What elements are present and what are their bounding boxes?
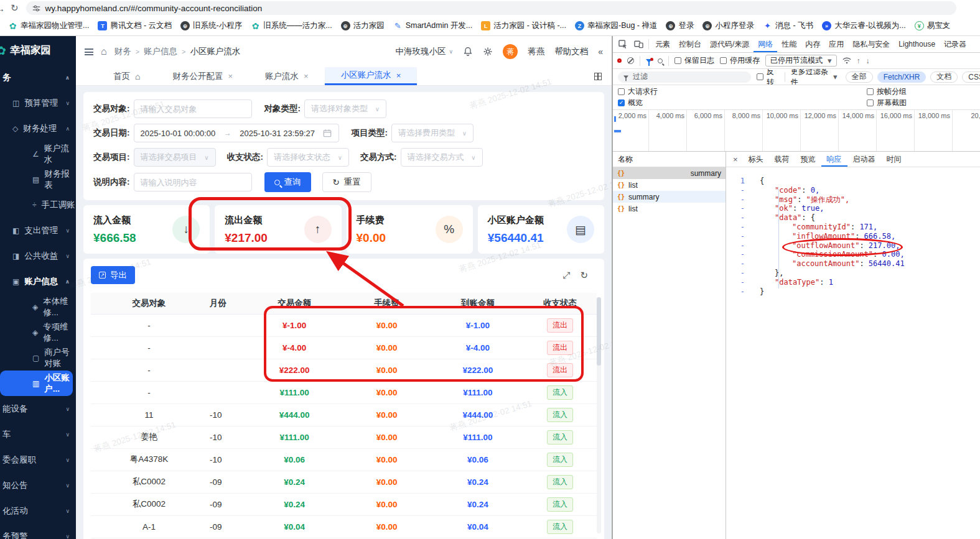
community-select[interactable]: 中海玫瑰小区∨ <box>396 46 454 57</box>
refresh-icon[interactable]: ↻ <box>580 270 588 281</box>
target-input[interactable] <box>141 104 245 114</box>
search-icon[interactable] <box>658 58 663 63</box>
devtools-tab-隐私与安全[interactable]: 隐私与安全 <box>848 36 894 52</box>
bookmark-item[interactable]: ⊕活力家园 <box>337 19 389 33</box>
sidebar-item[interactable]: ◨公共收益∨ <box>0 243 76 269</box>
layout-grid-icon[interactable] <box>594 73 602 80</box>
bookmark-item[interactable]: ⊕旧系统-小程序 <box>176 19 246 33</box>
desc-input[interactable] <box>141 178 245 187</box>
network-conditions-icon[interactable] <box>842 57 851 64</box>
filter-chip-文档[interactable]: 文档 <box>930 71 958 83</box>
preserve-log-checkbox[interactable]: 保留日志 <box>674 55 714 66</box>
fullscreen-icon[interactable]: ⤢ <box>562 270 570 281</box>
close-icon[interactable]: × <box>228 71 233 81</box>
sidebar-item[interactable]: ◧支出管理∨ <box>0 218 76 243</box>
devtools-tab-性能[interactable]: 性能 <box>777 36 801 52</box>
status-select[interactable]: 请选择收支状态∨ <box>267 148 349 167</box>
disable-cache-checkbox[interactable]: 停用缓存 <box>720 55 760 66</box>
search-button[interactable]: 查询 <box>264 172 311 192</box>
request-row[interactable]: {}list <box>613 179 726 191</box>
sidebar-item[interactable]: 化活动∨ <box>0 498 76 523</box>
bookmark-item[interactable]: Z幸福家园-Bug - 禅道 <box>571 19 662 33</box>
sidebar-item[interactable]: 委会履职∨ <box>0 447 76 472</box>
avatar[interactable]: 蒋 <box>503 44 518 59</box>
close-icon[interactable]: × <box>396 71 401 80</box>
devtools-tab-内存[interactable]: 内存 <box>801 36 824 52</box>
breadcrumb-item[interactable]: 小区账户流水 <box>190 46 241 57</box>
table-row[interactable]: -¥-1.00¥0.00¥-1.00流出 <box>91 314 597 336</box>
breadcrumb-item[interactable]: 财务 <box>114 46 131 57</box>
filter-input[interactable]: 过滤 <box>618 71 751 83</box>
devtools-tab-源代码/来源[interactable]: 源代码/来源 <box>706 36 754 52</box>
export-button[interactable]: ↗导出 <box>91 266 135 284</box>
bell-icon[interactable] <box>463 47 473 57</box>
sidebar-item[interactable]: ▣账户信息∧ <box>0 269 76 294</box>
sidebar-item[interactable]: ◇财务处理∧ <box>0 116 76 141</box>
bookmark-item[interactable]: ✦消息 - 飞书 <box>758 19 818 33</box>
network-overview[interactable]: 2,000 ms4,000 ms6,000 ms8,000 ms10,000 m… <box>613 110 980 152</box>
bookmark-item[interactable]: ✿幸福家园物业管理... <box>4 19 93 33</box>
sidebar-item[interactable]: 知公告∨ <box>0 472 76 498</box>
devtools-tab-控制台[interactable]: 控制台 <box>674 36 706 52</box>
bookmark-item[interactable]: ¥易宝支 <box>910 19 955 33</box>
table-row[interactable]: -¥111.00¥0.00¥111.00流入 <box>91 381 597 403</box>
objtype-select[interactable]: 请选择对象类型∨ <box>304 99 386 118</box>
gear-icon[interactable] <box>483 47 493 57</box>
response-tab-预览[interactable]: 预览 <box>795 152 821 167</box>
bookmark-item[interactable]: ⊕登录 <box>661 19 698 33</box>
response-tab-载荷[interactable]: 载荷 <box>769 152 795 167</box>
home-icon[interactable]: ⌂ <box>101 46 107 57</box>
sidebar-item[interactable]: 车∨ <box>0 422 76 447</box>
collapse-chevrons[interactable]: « <box>598 47 603 57</box>
sidebar-item[interactable]: 务预警∨ <box>0 523 76 539</box>
sidebar-item[interactable]: ◫预算管理∨ <box>0 90 76 116</box>
bookmark-item[interactable]: »大华云睿-以视频为... <box>818 19 910 33</box>
devtools-tab-网络[interactable]: 网络 <box>754 36 777 52</box>
method-select[interactable]: 请选择交易方式∨ <box>401 148 483 167</box>
bookmark-item[interactable]: ✿旧系统——活力家... <box>246 19 336 33</box>
table-row[interactable]: -¥-4.00¥0.00¥-4.00流出 <box>91 336 597 359</box>
device-toolbar-icon[interactable] <box>631 40 646 48</box>
import-har-icon[interactable]: ↑ <box>857 57 861 65</box>
filter-chip-Fetch/XHR[interactable]: Fetch/XHR <box>877 71 926 83</box>
close-icon[interactable]: × <box>304 71 309 81</box>
bookmark-item[interactable]: L活力家园 - 设计稿 -... <box>477 19 571 33</box>
date-range-input[interactable]: 2025-10-01 00:00:00 → 2025-10-31 23:59:2… <box>134 124 339 142</box>
address-bar[interactable]: wy.happyhomeland.cn/#/community-account-… <box>26 1 956 15</box>
filter-chip-CSS[interactable]: CSS <box>962 71 980 83</box>
reload-icon[interactable]: ↻ <box>11 2 19 14</box>
sidebar-item[interactable]: ◈专项维修... <box>0 320 76 345</box>
breadcrumb-item[interactable]: 账户信息 <box>144 46 177 57</box>
table-row[interactable]: 11-10¥444.00¥0.00¥444.00流入 <box>91 403 597 426</box>
table-row[interactable]: 私C0002-09¥0.24¥0.00¥0.24流入 <box>91 493 597 515</box>
response-tab-标头[interactable]: 标头 <box>743 152 769 167</box>
filter-funnel-icon[interactable] <box>646 59 652 63</box>
table-row[interactable]: 私C0002-09¥0.24¥0.00¥0.24流入 <box>91 471 597 493</box>
sidebar-item[interactable]: ▥小区账户... <box>0 371 73 396</box>
url-text[interactable]: wy.happyhomeland.cn/#/community-account-… <box>45 4 263 13</box>
tab-小区账户流水[interactable]: 小区账户流水× <box>325 67 418 85</box>
tab-账户流水[interactable]: 账户流水× <box>249 67 325 85</box>
bookmark-item[interactable]: T腾讯文档 - 云文档 <box>93 19 176 33</box>
table-row[interactable]: 姜艳-10¥111.00¥0.00¥111.00流入 <box>91 426 597 448</box>
request-row[interactable]: {}summary <box>613 167 726 179</box>
export-har-icon[interactable]: ↓ <box>866 57 870 65</box>
tune-icon[interactable] <box>32 4 40 12</box>
request-row[interactable]: {}list <box>613 203 726 214</box>
option-checkbox[interactable]: ✓概览 <box>618 98 658 108</box>
bookmark-item[interactable]: ✎SmartAdmin 开发... <box>389 19 477 33</box>
response-tab-启动器[interactable]: 启动器 <box>847 152 881 167</box>
bookmark-item[interactable]: ⊕小程序登录 <box>698 19 758 33</box>
tab-财务公开配置[interactable]: 财务公开配置× <box>156 67 249 85</box>
sidebar-item[interactable]: ∠账户流水 <box>0 141 76 167</box>
reset-button[interactable]: ↻重置 <box>322 172 371 192</box>
clear-icon[interactable] <box>627 57 634 64</box>
forward-icon[interactable]: → <box>0 3 5 14</box>
table-scrollbar[interactable] <box>597 297 601 533</box>
response-tab-响应[interactable]: 响应 <box>821 152 847 167</box>
collapse-menu-icon[interactable] <box>85 48 93 55</box>
sidebar-item[interactable]: ▢商户号对账 <box>0 345 76 371</box>
devtools-tab-记录器[interactable]: 记录器 <box>940 36 971 52</box>
invert-checkbox[interactable]: 反转 <box>757 69 779 85</box>
record-icon[interactable] <box>617 58 622 63</box>
